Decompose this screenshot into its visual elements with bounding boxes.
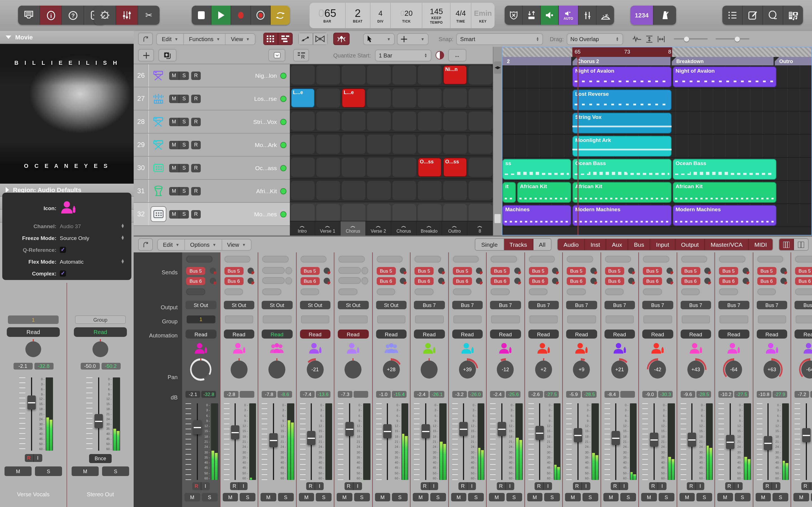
arrangement-marker[interactable]: Outro: [775, 57, 811, 65]
empty-send-slot[interactable]: [338, 277, 361, 284]
mixer-channel-strip[interactable]: Bus 5Bus 6Bus 7Read+43-9.6-28.5036912151…: [677, 252, 715, 507]
group-slot[interactable]: [225, 316, 253, 323]
bounce-button[interactable]: Bnce: [89, 454, 112, 463]
volume-fader[interactable]: [802, 403, 811, 480]
send-level-knob[interactable]: [742, 278, 749, 284]
volume-fader[interactable]: [94, 378, 103, 451]
channel-icon-singer[interactable]: [525, 341, 562, 356]
output-slot[interactable]: Bus 7: [528, 301, 559, 309]
region[interactable]: Lost Reverse: [572, 89, 672, 110]
empty-cell[interactable]: [367, 65, 391, 84]
track-name[interactable]: Stri...Vox: [201, 118, 280, 125]
lcd-bar[interactable]: 065 BAR: [310, 3, 346, 28]
send-level-knob[interactable]: [400, 278, 406, 284]
region[interactable]: Night of Avalon: [572, 66, 672, 87]
empty-cell[interactable]: [342, 158, 365, 177]
cpu-meter-icon[interactable]: [597, 6, 614, 25]
solo-button[interactable]: S: [179, 187, 189, 195]
channel-icon-singer[interactable]: [601, 341, 638, 356]
empty-cell[interactable]: [316, 134, 340, 154]
input-monitor-button[interactable]: I: [772, 482, 781, 490]
mute-button[interactable]: M: [169, 164, 179, 172]
record-enable-button[interactable]: R: [191, 94, 201, 103]
flex-mode-stepper[interactable]: ▲▼: [121, 259, 124, 264]
channel-stepper[interactable]: ▲▼: [121, 224, 124, 228]
peak-db-value[interactable]: -32.8: [202, 391, 216, 398]
record-enable-button[interactable]: R: [191, 210, 201, 218]
drag-menu[interactable]: No Overlap▲▼: [566, 33, 623, 45]
audio-fx-slot[interactable]: [414, 256, 441, 263]
record-arm-button[interactable]: R: [687, 482, 696, 490]
track-row[interactable]: 28MSRStri...Vox: [134, 110, 290, 133]
record-arm-button[interactable]: R: [345, 482, 354, 490]
mixer-filter-tab-aux[interactable]: Aux: [606, 239, 628, 250]
peak-db-value[interactable]: -28.5: [696, 391, 711, 398]
quantize-start-menu[interactable]: 1 Bar▲▼: [375, 49, 431, 61]
mixer-filter-tab-audio[interactable]: Audio: [558, 239, 585, 250]
pan-knob[interactable]: +39: [459, 360, 476, 379]
arrangement-marker[interactable]: Chorus 2: [573, 57, 671, 65]
empty-cell[interactable]: [342, 180, 365, 200]
empty-cell[interactable]: [392, 88, 416, 107]
audio-fx-slot[interactable]: [186, 256, 212, 263]
record-enable-button[interactable]: R: [191, 187, 201, 195]
peak-db-value[interactable]: -27.9: [772, 391, 787, 398]
send-slot[interactable]: Bus 5: [719, 267, 738, 275]
volume-fader[interactable]: [231, 403, 240, 480]
track-icon-box[interactable]: [151, 161, 166, 175]
play-button[interactable]: [211, 6, 231, 25]
flex-mode-value[interactable]: Automatic: [60, 258, 84, 265]
fader-handle[interactable]: [345, 422, 354, 436]
group-slot[interactable]: [605, 316, 634, 323]
volume-fader[interactable]: [763, 403, 772, 480]
fader-handle[interactable]: [193, 420, 201, 434]
solo-button[interactable]: S: [545, 493, 560, 501]
count-in-button[interactable]: 1234: [630, 6, 654, 25]
send-slot[interactable]: Bus 6: [681, 277, 700, 285]
peak-db-value[interactable]: -27.5: [734, 391, 749, 398]
lcd-beat[interactable]: 2 BEAT: [346, 3, 370, 28]
track-row[interactable]: 27MSRLos...rse: [134, 87, 290, 110]
record-enable-button[interactable]: R: [191, 164, 201, 172]
empty-cell[interactable]: [316, 158, 340, 177]
send-slot[interactable]: Bus 5: [186, 267, 205, 275]
duplicate-track-button[interactable]: [158, 49, 176, 61]
output-slot[interactable]: Bus 7: [490, 301, 521, 309]
pan-knob[interactable]: [269, 360, 286, 379]
mixer-view-tab-all[interactable]: All: [533, 239, 551, 250]
send-slot[interactable]: Bus 5: [453, 267, 472, 275]
fader-handle[interactable]: [307, 431, 315, 445]
send-slot[interactable]: Bus 5: [414, 267, 434, 275]
automation-mode-button[interactable]: Read: [490, 330, 521, 339]
input-monitor-button[interactable]: I: [201, 482, 210, 490]
send-level-knob[interactable]: [248, 268, 254, 274]
track-name[interactable]: Afri...Kit: [201, 187, 280, 194]
fader-handle[interactable]: [94, 414, 103, 428]
audio-fx-slot[interactable]: [681, 256, 707, 263]
mute-button[interactable]: M: [679, 493, 695, 501]
automation-mode-button[interactable]: Read: [680, 330, 711, 339]
empty-cell[interactable]: [468, 180, 492, 200]
send-slot[interactable]: Bus 5: [681, 267, 700, 275]
group-slot[interactable]: [719, 316, 748, 323]
empty-cell[interactable]: [367, 88, 391, 107]
channel-icon-singer[interactable]: [487, 341, 524, 356]
library-icon[interactable]: [18, 6, 40, 25]
empty-cell[interactable]: [367, 158, 391, 177]
input-monitor-button[interactable]: I: [696, 482, 705, 490]
empty-cell[interactable]: [291, 180, 314, 200]
pan-knob[interactable]: -12: [497, 360, 514, 379]
empty-cell[interactable]: [392, 180, 416, 200]
channel-icon-choir[interactable]: [258, 341, 296, 356]
fader-db-value[interactable]: -5.9: [566, 391, 581, 398]
send-slot[interactable]: Bus 6: [567, 277, 586, 285]
inspector-toggle-icon[interactable]: i: [40, 6, 62, 25]
record-arm-button[interactable]: R: [306, 482, 315, 490]
pan-knob[interactable]: +9: [573, 360, 590, 379]
channel-icon-singer[interactable]: [410, 341, 448, 356]
group-slot[interactable]: [339, 316, 367, 323]
fader-db-value[interactable]: -2.6: [528, 391, 543, 398]
automation-mode-button[interactable]: Read: [74, 327, 127, 337]
fader-db-value[interactable]: -9.6: [680, 391, 695, 398]
fader-handle[interactable]: [536, 426, 544, 440]
